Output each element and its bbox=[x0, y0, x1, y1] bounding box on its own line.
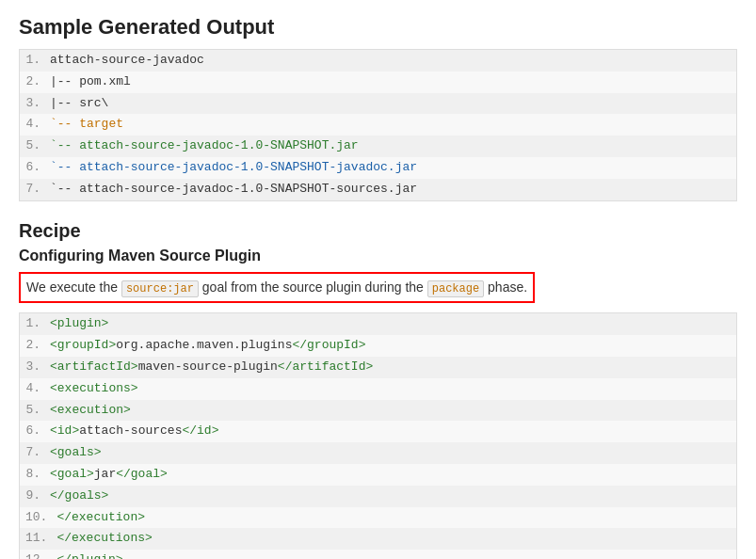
line-content: |-- pom.xml bbox=[50, 72, 138, 92]
paragraph-suffix: phase. bbox=[484, 280, 527, 295]
xml-line: 2. <groupId>org.apache.maven.plugins</gr… bbox=[20, 335, 736, 357]
line-number: 11. bbox=[20, 529, 56, 549]
line-content: `-- target bbox=[50, 115, 131, 135]
line-content: <groupId>org.apache.maven.plugins</group… bbox=[50, 336, 373, 356]
line-content: <execution> bbox=[50, 401, 138, 421]
paragraph-prefix: We execute the bbox=[26, 280, 121, 295]
config-title: Configuring Maven Source Plugin bbox=[19, 248, 737, 264]
output-line: 7. `-- attach-source-javadoc-1.0-SNAPSHO… bbox=[20, 179, 736, 200]
xml-line: 9. </goals> bbox=[20, 486, 736, 507]
line-content: <artifactId>maven-source-plugin</artifac… bbox=[50, 358, 380, 377]
xml-code-block: 1.<plugin>2. <groupId>org.apache.maven.p… bbox=[19, 312, 737, 559]
line-content: </goals> bbox=[50, 487, 116, 506]
output-line: 3.|-- src\ bbox=[20, 93, 736, 115]
line-number: 10. bbox=[20, 508, 56, 528]
description-paragraph: We execute the source:jar goal from the … bbox=[19, 272, 737, 304]
output-line: 4.`-- target bbox=[20, 114, 736, 136]
line-content: </executions> bbox=[56, 529, 159, 549]
line-content: <id>attach-sources</id> bbox=[50, 422, 226, 441]
line-number: 3. bbox=[20, 358, 50, 377]
output-line: 2.|-- pom.xml bbox=[20, 72, 736, 93]
line-content: <plugin> bbox=[50, 314, 116, 334]
line-number: 12. bbox=[20, 551, 56, 559]
line-content: `-- attach-source-javadoc-1.0-SNAPSHOT-s… bbox=[50, 180, 425, 200]
line-number: 2. bbox=[20, 72, 50, 92]
xml-line: 7. <goals> bbox=[20, 442, 736, 464]
line-content: attach-source-javadoc bbox=[50, 51, 212, 71]
line-number: 1. bbox=[20, 51, 50, 71]
line-content: `-- attach-source-javadoc-1.0-SNAPSHOT.j… bbox=[50, 136, 366, 156]
line-number: 4. bbox=[20, 115, 50, 135]
xml-line: 6. <id>attach-sources</id> bbox=[20, 421, 736, 442]
line-content: `-- attach-source-javadoc-1.0-SNAPSHOT-j… bbox=[50, 158, 425, 178]
line-content: |-- src\ bbox=[50, 94, 116, 114]
line-number: 1. bbox=[20, 314, 50, 334]
output-code-block: 1.attach-source-javadoc2.|-- pom.xml3.|-… bbox=[19, 49, 737, 201]
xml-line: 1.<plugin> bbox=[20, 313, 736, 335]
line-number: 6. bbox=[20, 422, 50, 441]
xml-line: 10. </execution> bbox=[20, 507, 736, 529]
paragraph-middle: goal from the source plugin during the bbox=[199, 280, 427, 295]
inline-code-package: package bbox=[427, 280, 484, 297]
line-number: 7. bbox=[20, 443, 50, 463]
line-content: </execution> bbox=[56, 508, 153, 528]
line-number: 8. bbox=[20, 465, 50, 485]
xml-line: 8. <goal>jar</goal> bbox=[20, 464, 736, 486]
line-number: 9. bbox=[20, 487, 50, 506]
xml-line: 4. <executions> bbox=[20, 378, 736, 400]
line-number: 2. bbox=[20, 336, 50, 356]
inline-text-wrapper: We execute the source:jar goal from the … bbox=[19, 272, 535, 304]
line-number: 4. bbox=[20, 379, 50, 399]
output-line: 6. `-- attach-source-javadoc-1.0-SNAPSHO… bbox=[20, 157, 736, 179]
line-number: 3. bbox=[20, 94, 50, 114]
line-number: 5. bbox=[20, 401, 50, 421]
line-number: 7. bbox=[20, 180, 50, 200]
xml-line: 12.</plugin> bbox=[20, 550, 736, 559]
line-content: <goal>jar</goal> bbox=[50, 465, 175, 485]
xml-line: 3. <artifactId>maven-source-plugin</arti… bbox=[20, 357, 736, 378]
recipe-title: Recipe bbox=[19, 220, 737, 242]
line-number: 6. bbox=[20, 158, 50, 178]
line-content: </plugin> bbox=[56, 551, 130, 559]
line-content: <goals> bbox=[50, 443, 109, 463]
xml-line: 5. <execution> bbox=[20, 400, 736, 422]
page-title: Sample Generated Output bbox=[19, 15, 737, 40]
line-content: <executions> bbox=[50, 379, 146, 399]
inline-code-source-jar: source:jar bbox=[121, 280, 199, 297]
output-line: 1.attach-source-javadoc bbox=[20, 50, 736, 72]
line-number: 5. bbox=[20, 136, 50, 156]
output-line: 5. `-- attach-source-javadoc-1.0-SNAPSHO… bbox=[20, 136, 736, 157]
xml-line: 11. </executions> bbox=[20, 528, 736, 550]
